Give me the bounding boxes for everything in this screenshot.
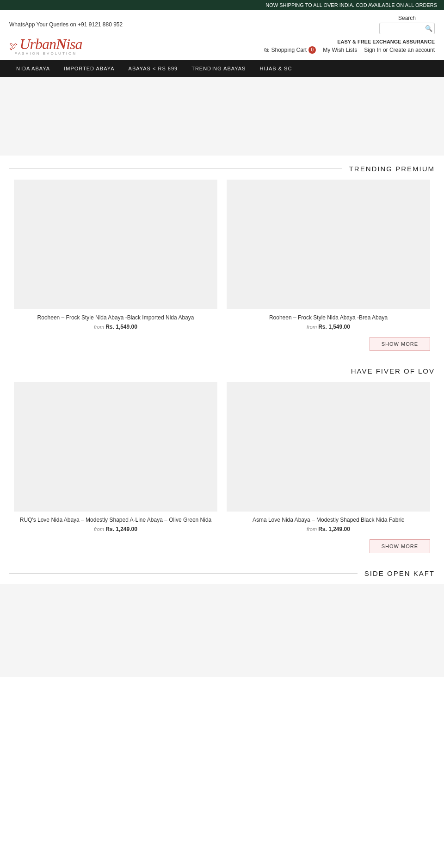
product-price-1: Rs. 1,549.00 (105, 324, 137, 330)
price-from-4: from (307, 526, 317, 532)
logo-bird-icon: 🕊 (9, 42, 18, 51)
logo-text: UrbanNisa (19, 36, 82, 52)
section3-line-left (9, 573, 358, 574)
product-price-row-2: from Rs. 1,549.00 (227, 324, 430, 330)
price-from-2: from (307, 324, 317, 330)
product-name-1: Rooheen – Frock Style Nida Abaya -Black … (14, 314, 217, 322)
main-nav: NIDA ABAYA IMPORTED ABAYA ABAYAS < RS 89… (0, 60, 444, 77)
fiver-section-title: HAVE FIVER OF LOV (344, 367, 435, 375)
fiver-products: RUQ's Love Nida Abaya – Modestly Shaped … (0, 382, 444, 532)
hero-banner (0, 77, 444, 156)
fiver-section-header: HAVE FIVER OF LOV (0, 358, 444, 382)
product-price-3: Rs. 1,249.00 (105, 526, 137, 532)
search-bar[interactable]: 🔍 (379, 23, 435, 34)
product-price-row-1: from Rs. 1,549.00 (14, 324, 217, 330)
cart-count: 0 (308, 46, 316, 54)
product-image-1 (14, 180, 217, 309)
header-actions: 🛍 Shopping Cart 0 My Wish Lists Sign In … (264, 46, 435, 54)
exchange-assurance: EASY & FREE EXCHANGE ASSURANCE (337, 39, 435, 44)
show-more-fiver-button[interactable]: SHOW MORE (370, 539, 430, 553)
header-right: EASY & FREE EXCHANGE ASSURANCE 🛍 Shoppin… (264, 39, 435, 54)
product-price-4: Rs. 1,249.00 (318, 526, 350, 532)
announcement-bar: NOW SHIPPING TO ALL OVER INDIA. COD AVAI… (0, 0, 444, 10)
nav-item-trending-abayas[interactable]: TRENDING ABAYAS (185, 60, 253, 77)
logo-area: 🕊 UrbanNisa FASHION EVOLUTION (9, 37, 82, 56)
search-input[interactable] (383, 25, 425, 32)
trending-premium-section-header: TRENDING PREMIUM (0, 156, 444, 180)
product-price-row-3: from Rs. 1,249.00 (14, 526, 217, 532)
kaftan-section-header: SIDE OPEN KAFT (0, 560, 444, 584)
sign-in-link-text[interactable]: Sign In (364, 47, 381, 53)
logo: 🕊 UrbanNisa FASHION EVOLUTION (9, 37, 82, 56)
nav-item-hijab[interactable]: HIJAB & SC (253, 60, 299, 77)
section-line-left (9, 169, 342, 169)
logo-subtitle: FASHION EVOLUTION (9, 51, 82, 56)
sign-in-area: Sign In or Create an account (364, 47, 435, 53)
price-from-1: from (94, 324, 104, 330)
show-more-fiver-container: SHOW MORE (0, 532, 444, 560)
trending-premium-products: Rooheen – Frock Style Nida Abaya -Black … (0, 180, 444, 330)
product-name-2: Rooheen – Frock Style Nida Abaya -Brea A… (227, 314, 430, 322)
product-name-3: RUQ's Love Nida Abaya – Modestly Shaped … (14, 516, 217, 524)
wish-list-link[interactable]: My Wish Lists (323, 47, 357, 53)
cart-label: Shopping Cart (271, 47, 307, 53)
kaftan-section-title: SIDE OPEN KAFT (358, 569, 435, 577)
cart-icon: 🛍 (264, 47, 269, 53)
kaftan-area (0, 584, 444, 677)
header-main: 🕊 UrbanNisa FASHION EVOLUTION EASY & FRE… (0, 34, 444, 60)
product-image-3 (14, 382, 217, 512)
product-price-row-4: from Rs. 1,249.00 (227, 526, 430, 532)
product-image-4 (227, 382, 430, 512)
create-account-link[interactable]: Create an account (389, 47, 435, 53)
search-icon: 🔍 (425, 25, 432, 32)
show-more-trending-button[interactable]: SHOW MORE (370, 337, 430, 351)
announcement-text: NOW SHIPPING TO ALL OVER INDIA. COD AVAI… (265, 2, 437, 8)
product-card-1: Rooheen – Frock Style Nida Abaya -Black … (9, 180, 222, 330)
product-card-3: RUQ's Love Nida Abaya – Modestly Shaped … (9, 382, 222, 532)
trending-premium-title: TRENDING PREMIUM (342, 165, 435, 173)
product-name-4: Asma Love Nida Abaya – Modestly Shaped B… (227, 516, 430, 524)
product-card-4: Asma Love Nida Abaya – Modestly Shaped B… (222, 382, 435, 532)
search-area: Search 🔍 (379, 15, 435, 34)
product-price-2: Rs. 1,549.00 (318, 324, 350, 330)
whatsapp-text: WhatsApp Your Queries on +91 9121 880 95… (9, 21, 123, 28)
price-from-3: from (94, 526, 104, 532)
nav-item-abayas-rs899[interactable]: ABAYAS < RS 899 (122, 60, 185, 77)
product-image-2 (227, 180, 430, 309)
nav-item-nida-abaya[interactable]: NIDA ABAYA (9, 60, 57, 77)
or-text: or (383, 47, 388, 53)
header-top: WhatsApp Your Queries on +91 9121 880 95… (0, 10, 444, 34)
search-label: Search (398, 15, 416, 21)
nav-item-imported-abaya[interactable]: IMPORTED ABAYA (57, 60, 121, 77)
cart-link[interactable]: 🛍 Shopping Cart 0 (264, 46, 316, 54)
product-card-2: Rooheen – Frock Style Nida Abaya -Brea A… (222, 180, 435, 330)
show-more-trending-container: SHOW MORE (0, 330, 444, 358)
section2-line-left (9, 371, 344, 371)
